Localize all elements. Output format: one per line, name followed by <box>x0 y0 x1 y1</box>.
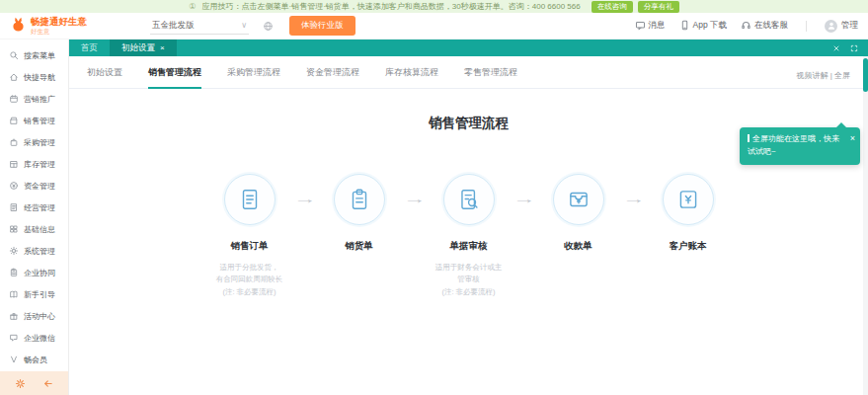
clipboard-icon <box>9 268 19 277</box>
sidebar-item-chat[interactable]: 企业微信 <box>0 327 68 349</box>
notif-button-0[interactable]: 在线咨询 <box>592 1 633 13</box>
sidebar-item-label: 搜索菜单 <box>24 50 55 61</box>
window-tab-label: 初始设置 <box>121 42 155 54</box>
calendar-icon <box>9 94 19 104</box>
flow-step-label: 收款单 <box>564 240 592 253</box>
flow-arrow-icon: → <box>620 192 647 206</box>
app-body: 搜索菜单快捷导航营销推广销售管理采购管理库存管理资金管理经营管理基础信息系统管理… <box>0 40 868 395</box>
sidebar-item-label: 系统管理 <box>24 246 55 257</box>
sidebar-item-book[interactable]: 新手引导 <box>0 283 68 305</box>
scrollbar[interactable] <box>863 56 868 395</box>
header-actions: 消息App 下载在线客服 <box>621 20 789 33</box>
close-icon[interactable] <box>832 44 840 52</box>
sidebar-item-label: 基础信息 <box>24 224 55 235</box>
sidebar-item-money[interactable]: 资金管理 <box>0 175 68 197</box>
sidebar-item-box[interactable]: 库存管理 <box>0 153 68 175</box>
sidebar: 搜索菜单快捷导航营销推广销售管理采购管理库存管理资金管理经营管理基础信息系统管理… <box>0 40 69 395</box>
sub-tab-销售管理流程[interactable]: 销售管理流程 <box>148 66 201 89</box>
sidebar-item-shop[interactable]: 销售管理 <box>0 110 68 131</box>
tooltip-close-icon[interactable]: × <box>850 131 855 145</box>
logo-text: 畅捷通好生意 好生意 <box>31 17 87 35</box>
sidebar-item-label: 资金管理 <box>24 181 55 192</box>
header-action-phone[interactable]: App 下载 <box>679 20 728 33</box>
flow-step-销货单: 销货单 <box>318 174 401 253</box>
flow-ledger-icon[interactable] <box>663 174 714 225</box>
money-icon <box>9 181 19 191</box>
gear-icon[interactable] <box>15 378 26 389</box>
flow-sub-tabs: 初始设置销售管理流程采购管理流程资金管理流程库存核算流程零售管理流程 <box>69 56 868 89</box>
sidebar-item-search[interactable]: 搜索菜单 <box>0 44 68 66</box>
fullscreen-icon[interactable] <box>850 44 858 52</box>
try-industry-edition-button[interactable]: 体验行业版 <box>289 16 355 36</box>
flow-invoice-icon[interactable] <box>334 174 385 225</box>
window-tab-label: 首页 <box>81 42 98 54</box>
sidebar-item-label: 经营管理 <box>24 202 55 213</box>
header-action-label: 消息 <box>649 20 666 32</box>
header-action-headset[interactable]: 在线客服 <box>741 20 788 33</box>
sidebar-item-label: 库存管理 <box>24 159 55 170</box>
sub-tab-资金管理流程[interactable]: 资金管理流程 <box>306 66 359 88</box>
flow-receipt-icon[interactable] <box>553 174 604 225</box>
box-icon <box>9 159 19 169</box>
flow-step-收款单: 收款单 <box>537 174 620 253</box>
app-logo: 畅捷通好生意 好生意 <box>10 16 126 37</box>
header-action-message[interactable]: 消息 <box>635 20 666 33</box>
edition-value: 五金批发版 <box>152 20 195 32</box>
shop-icon <box>9 116 19 125</box>
phone-icon <box>679 20 690 33</box>
window-tab-首页[interactable]: 首页 <box>69 40 110 56</box>
sidebar-item-label: 销售管理 <box>24 116 55 126</box>
fullscreen-tooltip: 全屏功能在这里哦，快来试试吧~ × <box>740 127 860 165</box>
sidebar-item-label: 营销推广 <box>24 94 55 105</box>
sidebar-item-gear[interactable]: 系统管理 <box>0 240 68 262</box>
window-tab-初始设置[interactable]: 初始设置× <box>110 40 177 56</box>
sidebar-footer <box>0 371 68 395</box>
flow-order-icon[interactable] <box>224 174 276 225</box>
scrollbar-thumb[interactable] <box>863 58 868 92</box>
app-window: ① 应用技巧：点击左侧菜单·销售管理·销货单，快速添加客户和商品数据，30秒极速… <box>0 0 868 395</box>
flow-step-客户账本: 客户账本 <box>647 174 730 253</box>
sidebar-item-calendar[interactable]: 营销推广 <box>0 88 68 110</box>
bag-icon <box>9 137 19 147</box>
sub-tab-库存核算流程[interactable]: 库存核算流程 <box>385 66 438 88</box>
member-icon <box>9 355 19 364</box>
collapse-sidebar-icon[interactable] <box>42 378 53 389</box>
window-tab-bar: 首页初始设置× <box>69 40 868 56</box>
sidebar-item-doc[interactable]: 经营管理 <box>0 197 68 218</box>
flow-audit-icon[interactable] <box>443 174 495 225</box>
headset-icon <box>741 20 751 33</box>
logo-title: 畅捷通好生意 <box>31 17 87 27</box>
flow-step-label: 销售订单 <box>231 240 269 253</box>
notification-text: 应用技巧：点击左侧菜单·销售管理·销货单，快速添加客户和商品数据，30秒极速开单… <box>202 1 581 12</box>
user-menu[interactable]: 管理 <box>825 20 858 33</box>
sidebar-item-home[interactable]: 快捷导航 <box>0 66 68 88</box>
flow-step-销售订单: 销售订单适用于分批发货，有合同回款周期较长(注: 非必要流程) <box>208 174 291 298</box>
sidebar-menu: 搜索菜单快捷导航营销推广销售管理采购管理库存管理资金管理经营管理基础信息系统管理… <box>0 44 68 370</box>
flow-step-单据审核: 单据审核适用于财务会计或主管审核(注: 非必要流程) <box>428 174 511 298</box>
book-icon <box>9 289 19 299</box>
sidebar-item-gift[interactable]: 活动中心 <box>0 305 68 327</box>
sidebar-item-bag[interactable]: 采购管理 <box>0 131 68 153</box>
flow-step-label: 客户账本 <box>670 240 707 253</box>
gear-icon <box>9 246 19 256</box>
sidebar-item-grid[interactable]: 基础信息 <box>0 218 68 240</box>
sub-tab-零售管理流程[interactable]: 零售管理流程 <box>464 66 517 88</box>
logo-subtitle: 好生意 <box>31 28 87 35</box>
flow-step-label: 单据审核 <box>450 240 488 253</box>
sub-tab-初始设置[interactable]: 初始设置 <box>87 66 122 88</box>
sub-tab-采购管理流程[interactable]: 采购管理流程 <box>227 66 280 88</box>
sidebar-item-member[interactable]: 畅会员 <box>0 349 68 370</box>
header-action-label: 在线客服 <box>754 20 788 32</box>
edition-selector[interactable]: 五金批发版 ∨ <box>150 18 249 35</box>
corner-links[interactable]: 视频讲解 | 全屏 <box>796 70 850 81</box>
search-icon <box>9 50 19 60</box>
sidebar-item-clipboard[interactable]: 企业协同 <box>0 262 68 283</box>
avatar <box>825 20 837 33</box>
chat-icon <box>9 333 19 343</box>
tab-close-icon[interactable]: × <box>160 44 165 52</box>
notif-button-1[interactable]: 分享有礼 <box>638 1 679 13</box>
sidebar-item-label: 新手引导 <box>24 289 55 300</box>
globe-icon[interactable] <box>263 21 274 32</box>
notification-buttons: 在线咨询分享有礼 <box>587 1 679 13</box>
window-tabs: 首页初始设置× <box>69 40 177 56</box>
